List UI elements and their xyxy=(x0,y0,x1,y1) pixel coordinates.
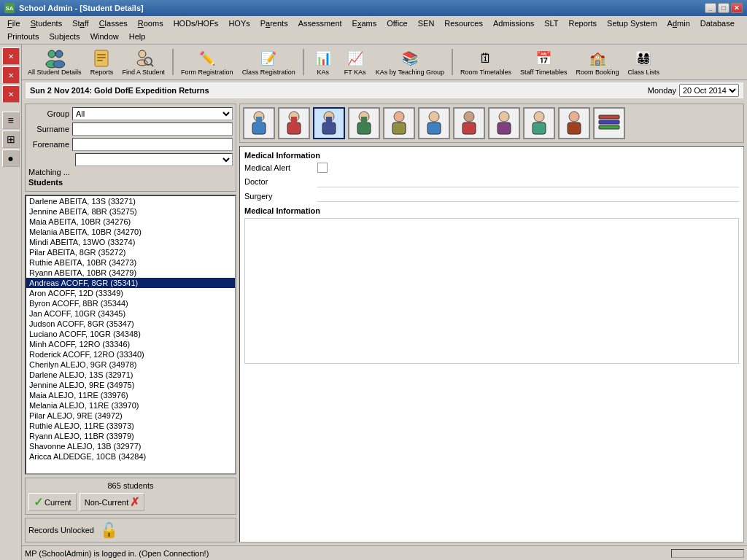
toolbar-kas-teaching[interactable]: 📚 KAs by Teaching Group xyxy=(373,47,447,77)
svg-rect-23 xyxy=(361,117,367,124)
staff-timetables-icon: 📅 xyxy=(533,48,554,69)
toolbar-all-student-details[interactable]: All Student Details xyxy=(25,47,85,77)
toolbar-sep-2 xyxy=(303,49,304,75)
close-button[interactable]: ✕ xyxy=(731,3,743,13)
status-bar: MP (SchoolAdmin) is logged in. (Open Con… xyxy=(22,545,747,560)
menu-resources[interactable]: Resources xyxy=(440,18,487,29)
extra-filter-select[interactable] xyxy=(75,153,233,166)
avatar-student-1[interactable] xyxy=(243,107,275,139)
menu-office[interactable]: Office xyxy=(382,18,412,29)
student-list-item[interactable]: Ruthie ABEITA, 10BR (34273) xyxy=(26,257,235,268)
student-list-scroll[interactable]: Darlene ABEITA, 13S (33271)Jennine ABEIT… xyxy=(26,196,235,473)
records-unlocked-label: Records Unlocked xyxy=(28,526,94,534)
student-list-item[interactable]: Jennine ABEITA, 8BR (35275) xyxy=(26,206,235,217)
toolbar-reports[interactable]: Reports xyxy=(88,47,117,77)
group-select[interactable]: All xyxy=(72,107,233,120)
avatar-student-11[interactable] xyxy=(593,107,625,139)
sidebar-btn-4[interactable]: ≡ xyxy=(2,112,20,129)
avatar-student-9[interactable] xyxy=(523,107,555,139)
non-current-button[interactable]: Non-Current ✗ xyxy=(80,493,145,511)
student-list-item[interactable]: Melania ABEITA, 10BR (34270) xyxy=(26,227,235,237)
menu-window[interactable]: Window xyxy=(86,31,123,42)
student-list-item[interactable]: Shavonne ALEJO, 13B (32977) xyxy=(26,441,235,451)
filter-section: Group All Surname Forename xyxy=(25,104,236,192)
student-list-item[interactable]: Ryann ALEJO, 11BR (33979) xyxy=(26,431,235,441)
student-list-item[interactable]: Darlene ALEJO, 13S (32971) xyxy=(26,370,235,380)
toolbar-class-lists[interactable]: 👨‍👩‍👧‍👦 Class Lists xyxy=(625,47,663,77)
toolbar-staff-timetables[interactable]: 📅 Staff Timetables xyxy=(517,47,570,77)
room-timetables-label: Room Timetables xyxy=(460,69,511,76)
student-list-item[interactable]: Andreas ACOFF, 8GR (35341) xyxy=(26,278,235,288)
avatar-student-5[interactable] xyxy=(383,107,415,139)
student-list-item[interactable]: Pilar ABEITA, 8GR (35272) xyxy=(26,247,235,257)
menu-rooms[interactable]: Rooms xyxy=(133,18,168,29)
student-list-item[interactable]: Melania ALEJO, 11RE (33970) xyxy=(26,400,235,411)
avatar-student-3[interactable] xyxy=(313,107,345,139)
student-list-item[interactable]: Minh ACOFF, 12RO (33346) xyxy=(26,339,235,349)
sidebar-btn-2[interactable]: ✕ xyxy=(2,66,20,84)
menu-hoys[interactable]: HOYs xyxy=(224,18,254,29)
avatar-student-2[interactable] xyxy=(278,107,310,139)
student-list-item[interactable]: Cherilyn ALEJO, 9GR (34978) xyxy=(26,359,235,370)
avatar-student-10[interactable] xyxy=(558,107,590,139)
class-lists-label: Class Lists xyxy=(628,69,660,76)
medical-alert-checkbox[interactable] xyxy=(317,163,328,173)
student-list-item[interactable]: Luciano ACOFF, 10GR (34348) xyxy=(26,329,235,339)
surname-input[interactable] xyxy=(72,122,233,136)
menu-admin[interactable]: Admin xyxy=(663,18,694,29)
menu-parents[interactable]: Parents xyxy=(256,18,293,29)
toolbar-class-reg[interactable]: 📝 Class Registration xyxy=(239,47,298,77)
student-list-item[interactable]: Mindi ABEITA, 13WO (33274) xyxy=(26,237,235,247)
menu-admissions[interactable]: Admissions xyxy=(489,18,538,29)
menu-file[interactable]: File xyxy=(3,18,25,29)
student-list-item[interactable]: Ruthie ALEJO, 11RE (33973) xyxy=(26,421,235,431)
student-list-item[interactable]: Pilar ALEJO, 9RE (34972) xyxy=(26,411,235,421)
menu-slt[interactable]: SLT xyxy=(540,18,562,29)
student-list-item[interactable]: Judson ACOFF, 8GR (35347) xyxy=(26,319,235,329)
student-list-item[interactable]: Maia ABEITA, 10BR (34276) xyxy=(26,217,235,227)
forename-input[interactable] xyxy=(72,138,233,151)
student-list-item[interactable]: Darlene ABEITA, 13S (33271) xyxy=(26,196,235,206)
toolbar-form-reg[interactable]: ✏️ Form Registration xyxy=(178,47,236,77)
date-select[interactable]: 20 Oct 2014 xyxy=(679,84,739,97)
menu-reports[interactable]: Reports xyxy=(565,18,602,29)
current-button[interactable]: ✓ Current xyxy=(28,493,77,511)
sidebar-btn-1[interactable]: ✕ xyxy=(2,47,20,65)
sidebar-btn-5[interactable]: ⊞ xyxy=(2,131,20,148)
toolbar-ft-kas[interactable]: 📈 FT KAs xyxy=(341,47,370,77)
menu-sen[interactable]: SEN xyxy=(414,18,439,29)
sidebar-btn-3[interactable]: ✕ xyxy=(2,85,20,103)
menu-printouts[interactable]: Printouts xyxy=(3,31,43,42)
avatar-student-8[interactable] xyxy=(488,107,520,139)
menu-classes[interactable]: Classes xyxy=(95,18,132,29)
student-list-item[interactable]: Jan ACOFF, 10GR (34345) xyxy=(26,308,235,319)
menu-subjects[interactable]: Subjects xyxy=(44,31,84,42)
menu-exams[interactable]: Exams xyxy=(348,18,382,29)
toolbar-room-booking[interactable]: 🏫 Room Booking xyxy=(573,47,622,77)
menu-database[interactable]: Database xyxy=(696,18,739,29)
sidebar-btn-6[interactable]: ● xyxy=(2,149,20,167)
student-list-item[interactable]: Ryann ABEITA, 10BR (34279) xyxy=(26,268,235,278)
toolbar-find-student[interactable]: Find A Student xyxy=(120,47,169,77)
menu-help[interactable]: Help xyxy=(125,31,150,42)
student-list-item[interactable]: Roderick ACOFF, 12RO (33340) xyxy=(26,349,235,359)
medical-info-box[interactable] xyxy=(244,218,739,364)
toolbar-kas[interactable]: 📊 KAs xyxy=(309,47,338,77)
student-list-item[interactable]: Jennine ALEJO, 9RE (34975) xyxy=(26,380,235,390)
student-list-item[interactable]: Aron ACOFF, 12D (33349) xyxy=(26,288,235,298)
avatar-student-7[interactable] xyxy=(453,107,485,139)
avatar-student-4[interactable] xyxy=(348,107,380,139)
avatar-student-6[interactable] xyxy=(418,107,450,139)
toolbar-room-timetables[interactable]: 🗓 Room Timetables xyxy=(457,47,514,77)
student-list-item[interactable]: Maia ALEJO, 11RE (33976) xyxy=(26,390,235,400)
menu-students[interactable]: Students xyxy=(26,18,66,29)
menu-hods[interactable]: HODs/HOFs xyxy=(169,18,223,29)
student-list-item[interactable]: Byron ACOFF, 8BR (35344) xyxy=(26,298,235,308)
menu-staff[interactable]: Staff xyxy=(68,18,93,29)
svg-rect-35 xyxy=(568,122,581,134)
minimize-button[interactable]: _ xyxy=(705,3,716,13)
maximize-button[interactable]: □ xyxy=(718,3,729,13)
menu-setup[interactable]: Setup System xyxy=(603,18,661,29)
menu-assessment[interactable]: Assessment xyxy=(294,18,347,29)
student-list-item[interactable]: Aricca ALDEDGE, 10CB (34284) xyxy=(26,451,235,462)
